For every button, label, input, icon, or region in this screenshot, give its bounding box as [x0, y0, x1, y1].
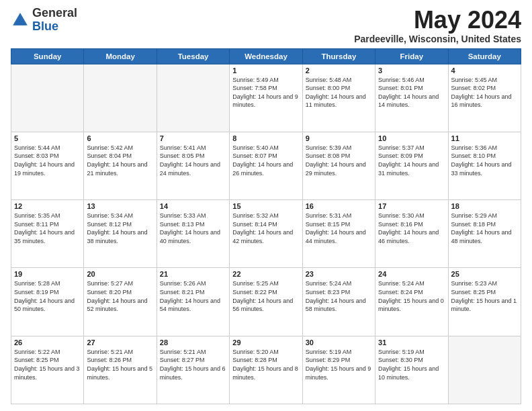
day-info: Sunrise: 5:24 AMSunset: 8:24 PMDaylight:…: [378, 279, 445, 313]
calendar-cell: 30Sunrise: 5:19 AMSunset: 8:29 PMDayligh…: [302, 336, 375, 404]
day-info: Sunrise: 5:41 AMSunset: 8:05 PMDaylight:…: [160, 144, 226, 177]
calendar-table: SundayMondayTuesdayWednesdayThursdayFrid…: [11, 48, 521, 404]
day-header-tuesday: Tuesday: [157, 48, 229, 64]
day-info: Sunrise: 5:48 AMSunset: 8:00 PMDaylight:…: [306, 76, 372, 109]
calendar-cell: 28Sunrise: 5:21 AMSunset: 8:27 PMDayligh…: [157, 336, 229, 404]
day-info: Sunrise: 5:21 AMSunset: 8:27 PMDaylight:…: [160, 348, 226, 381]
title-block: May 2024 Pardeeville, Wisconsin, United …: [354, 7, 521, 44]
page: General Blue May 2024 Pardeeville, Wisco…: [0, 0, 532, 411]
day-number: 22: [232, 270, 299, 278]
day-info: Sunrise: 5:49 AMSunset: 7:58 PMDaylight:…: [232, 76, 299, 109]
day-number: 3: [378, 66, 445, 75]
day-info: Sunrise: 5:22 AMSunset: 8:25 PMDaylight:…: [14, 348, 81, 381]
day-info: Sunrise: 5:31 AMSunset: 8:15 PMDaylight:…: [306, 212, 372, 245]
calendar-cell: 22Sunrise: 5:25 AMSunset: 8:22 PMDayligh…: [230, 268, 302, 336]
day-number: 1: [232, 66, 299, 75]
day-info: Sunrise: 5:25 AMSunset: 8:22 PMDaylight:…: [232, 279, 299, 313]
day-info: Sunrise: 5:46 AMSunset: 8:01 PMDaylight:…: [378, 76, 445, 109]
week-row-3: 12Sunrise: 5:35 AMSunset: 8:11 PMDayligh…: [11, 200, 521, 268]
day-number: 17: [378, 202, 445, 210]
calendar-cell: 29Sunrise: 5:20 AMSunset: 8:28 PMDayligh…: [230, 336, 302, 404]
day-number: 25: [451, 270, 518, 278]
logo-text: General Blue: [32, 7, 77, 34]
day-info: Sunrise: 5:37 AMSunset: 8:09 PMDaylight:…: [378, 144, 445, 177]
calendar-cell: 24Sunrise: 5:24 AMSunset: 8:24 PMDayligh…: [375, 268, 448, 336]
week-row-2: 5Sunrise: 5:44 AMSunset: 8:03 PMDaylight…: [11, 132, 521, 199]
header-row: SundayMondayTuesdayWednesdayThursdayFrid…: [11, 48, 521, 64]
logo-general: General: [32, 6, 77, 19]
day-number: 14: [160, 202, 226, 210]
calendar-cell: 31Sunrise: 5:19 AMSunset: 8:30 PMDayligh…: [375, 336, 448, 404]
day-header-saturday: Saturday: [448, 48, 521, 64]
logo-icon: [11, 11, 30, 30]
day-number: 7: [160, 134, 226, 142]
header: General Blue May 2024 Pardeeville, Wisco…: [11, 7, 521, 44]
day-info: Sunrise: 5:24 AMSunset: 8:23 PMDaylight:…: [306, 279, 372, 313]
day-number: 27: [87, 338, 153, 347]
day-info: Sunrise: 5:30 AMSunset: 8:16 PMDaylight:…: [378, 212, 445, 245]
day-number: 6: [87, 134, 153, 142]
calendar-cell: 19Sunrise: 5:28 AMSunset: 8:19 PMDayligh…: [11, 268, 84, 336]
day-info: Sunrise: 5:27 AMSunset: 8:20 PMDaylight:…: [87, 279, 153, 313]
week-row-4: 19Sunrise: 5:28 AMSunset: 8:19 PMDayligh…: [11, 268, 521, 336]
day-number: 9: [306, 134, 372, 142]
day-info: Sunrise: 5:28 AMSunset: 8:19 PMDaylight:…: [14, 279, 81, 313]
day-info: Sunrise: 5:42 AMSunset: 8:04 PMDaylight:…: [87, 144, 153, 177]
calendar-cell: 23Sunrise: 5:24 AMSunset: 8:23 PMDayligh…: [302, 268, 375, 336]
calendar-cell: 17Sunrise: 5:30 AMSunset: 8:16 PMDayligh…: [375, 200, 448, 268]
day-number: 11: [451, 134, 518, 142]
calendar-cell: 25Sunrise: 5:23 AMSunset: 8:25 PMDayligh…: [448, 268, 521, 336]
day-number: 28: [160, 338, 226, 347]
day-info: Sunrise: 5:33 AMSunset: 8:13 PMDaylight:…: [160, 212, 226, 245]
day-number: 18: [451, 202, 518, 210]
calendar-cell: 12Sunrise: 5:35 AMSunset: 8:11 PMDayligh…: [11, 200, 84, 268]
day-number: 26: [14, 338, 81, 347]
day-info: Sunrise: 5:29 AMSunset: 8:18 PMDaylight:…: [451, 212, 518, 245]
calendar-cell: 6Sunrise: 5:42 AMSunset: 8:04 PMDaylight…: [84, 132, 157, 199]
day-header-friday: Friday: [375, 48, 448, 64]
calendar-cell: 8Sunrise: 5:40 AMSunset: 8:07 PMDaylight…: [230, 132, 302, 199]
day-header-monday: Monday: [84, 48, 157, 64]
calendar-cell: [157, 64, 229, 132]
calendar-cell: 5Sunrise: 5:44 AMSunset: 8:03 PMDaylight…: [11, 132, 84, 199]
day-info: Sunrise: 5:40 AMSunset: 8:07 PMDaylight:…: [232, 144, 299, 177]
day-number: 13: [87, 202, 153, 210]
calendar-cell: 10Sunrise: 5:37 AMSunset: 8:09 PMDayligh…: [375, 132, 448, 199]
calendar-cell: 1Sunrise: 5:49 AMSunset: 7:58 PMDaylight…: [230, 64, 302, 132]
calendar-cell: 21Sunrise: 5:26 AMSunset: 8:21 PMDayligh…: [157, 268, 229, 336]
calendar-cell: 20Sunrise: 5:27 AMSunset: 8:20 PMDayligh…: [84, 268, 157, 336]
day-number: 16: [306, 202, 372, 210]
day-number: 2: [306, 66, 372, 75]
day-info: Sunrise: 5:35 AMSunset: 8:11 PMDaylight:…: [14, 212, 81, 245]
day-header-thursday: Thursday: [302, 48, 375, 64]
day-info: Sunrise: 5:44 AMSunset: 8:03 PMDaylight:…: [14, 144, 81, 177]
calendar-cell: 16Sunrise: 5:31 AMSunset: 8:15 PMDayligh…: [302, 200, 375, 268]
day-info: Sunrise: 5:36 AMSunset: 8:10 PMDaylight:…: [451, 144, 518, 177]
calendar-cell: 18Sunrise: 5:29 AMSunset: 8:18 PMDayligh…: [448, 200, 521, 268]
day-number: 4: [451, 66, 518, 75]
day-header-wednesday: Wednesday: [230, 48, 302, 64]
day-info: Sunrise: 5:45 AMSunset: 8:02 PMDaylight:…: [451, 76, 518, 109]
day-number: 30: [306, 338, 372, 347]
week-row-1: 1Sunrise: 5:49 AMSunset: 7:58 PMDaylight…: [11, 64, 521, 132]
logo: General Blue: [11, 7, 77, 34]
calendar-cell: [84, 64, 157, 132]
day-info: Sunrise: 5:23 AMSunset: 8:25 PMDaylight:…: [451, 279, 518, 313]
calendar-cell: 15Sunrise: 5:32 AMSunset: 8:14 PMDayligh…: [230, 200, 302, 268]
day-info: Sunrise: 5:21 AMSunset: 8:26 PMDaylight:…: [87, 348, 153, 381]
day-number: 12: [14, 202, 81, 210]
day-number: 29: [232, 338, 299, 347]
calendar-cell: 9Sunrise: 5:39 AMSunset: 8:08 PMDaylight…: [302, 132, 375, 199]
day-info: Sunrise: 5:20 AMSunset: 8:28 PMDaylight:…: [232, 348, 299, 381]
calendar-cell: 14Sunrise: 5:33 AMSunset: 8:13 PMDayligh…: [157, 200, 229, 268]
calendar-cell: 4Sunrise: 5:45 AMSunset: 8:02 PMDaylight…: [448, 64, 521, 132]
day-info: Sunrise: 5:19 AMSunset: 8:29 PMDaylight:…: [306, 348, 372, 381]
day-number: 10: [378, 134, 445, 142]
location: Pardeeville, Wisconsin, United States: [354, 34, 521, 44]
calendar-cell: 2Sunrise: 5:48 AMSunset: 8:00 PMDaylight…: [302, 64, 375, 132]
day-info: Sunrise: 5:34 AMSunset: 8:12 PMDaylight:…: [87, 212, 153, 245]
month-year: May 2024: [354, 7, 521, 34]
calendar-cell: 13Sunrise: 5:34 AMSunset: 8:12 PMDayligh…: [84, 200, 157, 268]
day-info: Sunrise: 5:39 AMSunset: 8:08 PMDaylight:…: [306, 144, 372, 177]
logo-blue: Blue: [32, 19, 58, 33]
